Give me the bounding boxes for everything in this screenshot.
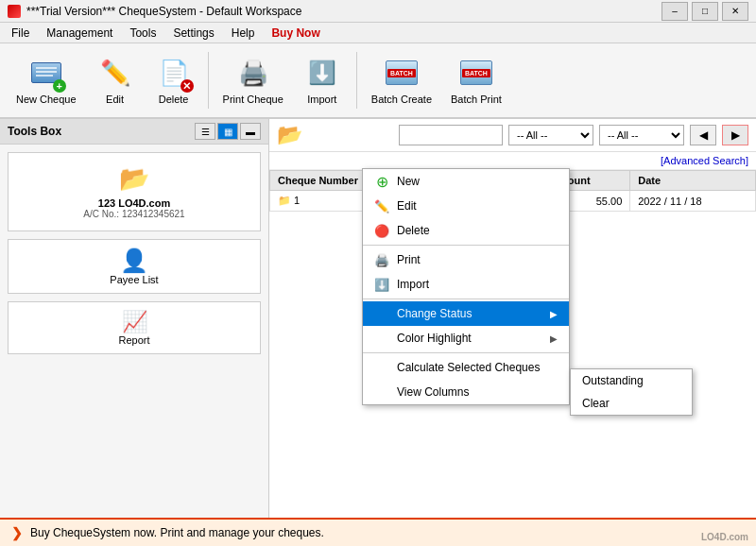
print-cheque-label: Print Cheque — [223, 94, 284, 105]
context-menu-change-status[interactable]: Change Status ▶ — [363, 301, 569, 326]
separator-1 — [363, 245, 569, 246]
menu-settings[interactable]: Settings — [165, 25, 221, 42]
menu-file[interactable]: File — [4, 25, 37, 42]
separator-3 — [363, 352, 569, 353]
context-menu-calculate[interactable]: Calculate Selected Cheques — [363, 355, 569, 380]
cheque-item[interactable]: 📂 123 LO4D.com A/C No.: 123412345621 — [8, 152, 261, 231]
change-status-icon — [374, 306, 389, 321]
context-menu-print[interactable]: 🖨️ Print — [363, 247, 569, 272]
grid-view-button[interactable]: ▦ — [217, 123, 238, 140]
separator-2 — [363, 299, 569, 299]
close-button[interactable]: ✕ — [722, 2, 748, 21]
delete-label: Delete — [159, 94, 189, 105]
minimize-button[interactable]: – — [662, 2, 688, 21]
new-icon: ⊕ — [374, 174, 389, 189]
advanced-search-link[interactable]: [Advanced Search] — [661, 155, 748, 166]
context-menu-color-highlight[interactable]: Color Highlight ▶ — [363, 326, 569, 350]
tools-box-title: Tools Box — [8, 125, 61, 138]
tools-box-header: Tools Box ☰ ▦ ▬ — [0, 119, 268, 145]
context-menu-edit[interactable]: ✏️ Edit — [363, 194, 569, 218]
col-date: Date — [630, 171, 756, 191]
filter-dropdown-1[interactable]: -- All -- — [508, 125, 593, 145]
menu-management[interactable]: Management — [39, 25, 120, 42]
payee-list-item[interactable]: 👤 Payee List — [8, 239, 261, 294]
delete-button[interactable]: 📄 ✕ Delete — [146, 48, 202, 112]
edit-icon: ✏️ — [374, 198, 389, 213]
context-menu-new[interactable]: ⊕ New — [363, 169, 569, 194]
list-toolbar: 📂 -- All -- -- All -- ◀ ▶ — [269, 119, 756, 152]
filter-dropdown-2[interactable]: -- All -- — [599, 125, 684, 145]
context-menu-delete[interactable]: 🔴 Delete — [363, 218, 569, 243]
calculate-icon — [374, 360, 389, 375]
pencil-icon: ✏️ — [100, 59, 130, 88]
payee-icon: 👤 — [120, 247, 148, 274]
change-status-submenu: Outstanding Clear — [570, 368, 693, 416]
status-bar: ❯ Buy ChequeSystem now. Print and manage… — [0, 518, 756, 546]
payee-list-label: Payee List — [110, 274, 158, 285]
x-badge: ✕ — [180, 79, 194, 93]
batch-badge: BATCH — [387, 69, 416, 77]
status-arrow-icon: ❯ — [11, 525, 23, 540]
menu-bar: File Management Tools Settings Help Buy … — [0, 23, 756, 43]
printer-icon: 🖨️ — [238, 59, 268, 88]
import-icon: ⬇️ — [308, 60, 336, 86]
title-bar: ***Trial Version*** ChequeSystem - Defau… — [0, 0, 756, 23]
window-controls: – □ ✕ — [662, 2, 748, 21]
report-item[interactable]: 📈 Report — [8, 301, 261, 354]
menu-tools[interactable]: Tools — [122, 25, 163, 42]
submenu-outstanding[interactable]: Outstanding — [571, 369, 692, 392]
search-input[interactable] — [399, 125, 503, 145]
report-icon: 📈 — [122, 310, 147, 334]
cheque-acno: A/C No.: 123412345621 — [83, 209, 184, 219]
maximize-button[interactable]: □ — [692, 2, 718, 21]
row-folder-icon: 📁 — [278, 195, 291, 206]
context-menu-import[interactable]: ⬇️ Import — [363, 272, 569, 297]
report-label: Report — [118, 334, 149, 346]
tools-box-controls: ☰ ▦ ▬ — [195, 123, 261, 140]
print-menu-icon: 🖨️ — [374, 252, 389, 267]
batch-print-button[interactable]: BATCH Batch Print — [442, 48, 510, 112]
toolbar: + New Cheque ✏️ Edit 📄 ✕ Delete 🖨️ Print… — [0, 43, 756, 119]
logo-watermark: LO4D.com — [701, 532, 748, 542]
cheque-name: 123 LO4D.com — [98, 197, 170, 209]
context-menu-view-columns[interactable]: View Columns — [363, 380, 569, 404]
delete-menu-icon: 🔴 — [374, 223, 389, 238]
toolbar-separator-1 — [208, 52, 209, 109]
prev-button[interactable]: ◀ — [690, 125, 716, 145]
tools-box: Tools Box ☰ ▦ ▬ 📂 123 LO4D.com A/C No.: … — [0, 119, 269, 518]
batch-create-button[interactable]: BATCH Batch Create — [363, 48, 440, 112]
print-cheque-button[interactable]: 🖨️ Print Cheque — [215, 48, 292, 112]
edit-label: Edit — [106, 94, 124, 105]
new-cheque-button[interactable]: + New Cheque — [8, 48, 85, 112]
batch-create-label: Batch Create — [371, 94, 432, 105]
details-view-button[interactable]: ▬ — [240, 123, 261, 140]
folder-open-icon: 📂 — [277, 123, 302, 147]
import-label: Import — [307, 94, 336, 105]
menu-help[interactable]: Help — [224, 25, 263, 42]
folder-icon: 📂 — [119, 164, 149, 194]
context-menu: ⊕ New ✏️ Edit 🔴 Delete 🖨️ Print ⬇️ Impor… — [362, 168, 570, 405]
color-highlight-icon — [374, 331, 389, 346]
menu-buy-now[interactable]: Buy Now — [264, 25, 327, 42]
edit-button[interactable]: ✏️ Edit — [87, 48, 144, 112]
new-cheque-label: New Cheque — [16, 94, 77, 105]
cell-date: 2022 / 11 / 18 — [630, 191, 756, 212]
import-menu-icon: ⬇️ — [374, 277, 389, 292]
batch-print-label: Batch Print — [451, 94, 502, 105]
next-button[interactable]: ▶ — [722, 125, 748, 145]
view-columns-icon — [374, 384, 389, 400]
batch-print-badge: BATCH — [462, 69, 490, 77]
color-highlight-arrow: ▶ — [550, 333, 558, 344]
title-bar-text: ***Trial Version*** ChequeSystem - Defau… — [26, 5, 301, 18]
app-icon — [8, 5, 21, 18]
toolbar-separator-2 — [356, 52, 357, 109]
change-status-arrow: ▶ — [550, 309, 558, 319]
list-view-button[interactable]: ☰ — [195, 123, 215, 140]
submenu-clear[interactable]: Clear — [571, 392, 692, 415]
status-text: Buy ChequeSystem now. Print and manage y… — [30, 526, 324, 539]
import-button[interactable]: ⬇️ Import — [294, 48, 351, 112]
